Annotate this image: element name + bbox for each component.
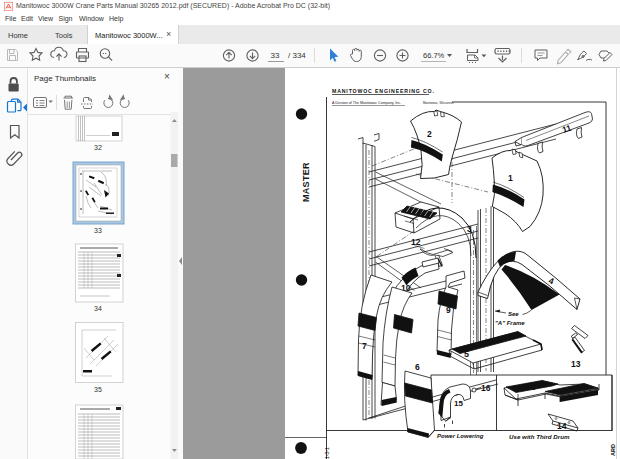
svg-text:13: 13 (571, 359, 581, 369)
svg-text:33: 33 (94, 227, 102, 234)
svg-text:7: 7 (362, 341, 367, 351)
svg-text:15: 15 (454, 399, 463, 408)
svg-text:35: 35 (94, 386, 102, 393)
svg-text:See: See (508, 311, 519, 317)
svg-text:/ 334: / 334 (288, 51, 306, 60)
svg-text:12: 12 (411, 237, 421, 247)
svg-text:16: 16 (481, 383, 491, 393)
svg-text:1-3-1: 1-3-1 (324, 447, 330, 459)
svg-text:5: 5 (531, 382, 536, 392)
svg-text:14: 14 (557, 421, 567, 431)
svg-text:33: 33 (271, 51, 280, 60)
svg-text:9: 9 (446, 305, 451, 315)
svg-text:32: 32 (94, 144, 102, 151)
svg-text:3: 3 (467, 224, 472, 234)
svg-text:MANITOWOC ENGINEERING CO.: MANITOWOC ENGINEERING CO. (332, 88, 435, 94)
svg-text:Use with Third Drum: Use with Third Drum (509, 433, 570, 440)
svg-text:6: 6 (415, 362, 420, 372)
svg-text:Manitowoc, Wisconsin: Manitowoc, Wisconsin (423, 101, 454, 105)
svg-text:2: 2 (427, 129, 432, 139)
svg-text:A Division of The Manitowoc Co: A Division of The Manitowoc Company, Inc… (332, 101, 401, 105)
svg-text:MASTER: MASTER (301, 162, 311, 202)
svg-text:8: 8 (398, 321, 403, 331)
svg-text:Power Lowering: Power Lowering (437, 433, 484, 439)
svg-text:5: 5 (464, 349, 469, 359)
svg-text:"A" Frame: "A" Frame (495, 320, 525, 326)
svg-text:1: 1 (508, 173, 513, 183)
svg-text:34: 34 (94, 305, 102, 312)
svg-text:ARD: ARD (610, 444, 616, 456)
svg-text:66.7%: 66.7% (423, 51, 445, 60)
